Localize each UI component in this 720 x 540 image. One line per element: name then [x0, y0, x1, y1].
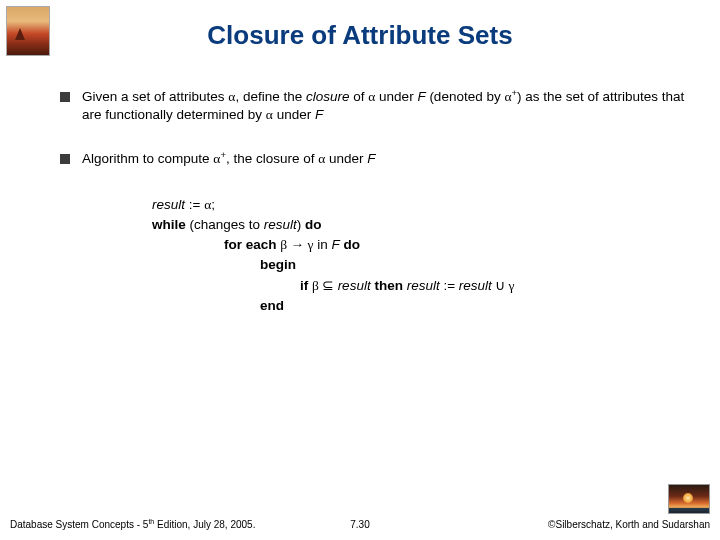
arrow-symbol: → [287, 237, 307, 252]
footer-right: ©Silberschatz, Korth and Sudarshan [548, 519, 710, 530]
text: , the closure of [226, 151, 318, 166]
text: Algorithm to compute [82, 151, 213, 166]
text: := [440, 278, 459, 293]
keyword: end [260, 298, 284, 313]
algo-line-5: if β ⊆ result then result := result ∪ γ [152, 276, 690, 296]
text-italic: result [338, 278, 371, 293]
keyword: while [152, 217, 190, 232]
keyword: then [371, 278, 407, 293]
square-bullet-icon [60, 92, 70, 102]
text: under [273, 107, 315, 122]
header-logo-image [6, 6, 50, 56]
text: (denoted by [426, 89, 505, 104]
text-italic: result [459, 278, 492, 293]
keyword: for each [224, 237, 280, 252]
text: under [375, 89, 417, 104]
algo-line-1: result := α; [152, 195, 690, 215]
bullet-item-2: Algorithm to compute α+, the closure of … [60, 150, 690, 168]
keyword: begin [260, 257, 296, 272]
bullet-1-text: Given a set of attributes α, define the … [82, 88, 690, 124]
text-italic: closure [306, 89, 350, 104]
text-italic: F [367, 151, 375, 166]
text: Edition, July 28, 2005. [154, 519, 255, 530]
text: , define the [235, 89, 306, 104]
text: Database System Concepts - 5 [10, 519, 148, 530]
text: ; [211, 197, 215, 212]
bullet-2-text: Algorithm to compute α+, the closure of … [82, 150, 690, 168]
text-italic: F [315, 107, 323, 122]
subset-symbol: ⊆ [319, 278, 338, 293]
algo-line-4: begin [152, 255, 690, 275]
text: Given a set of attributes [82, 89, 228, 104]
algo-line-6: end [152, 296, 690, 316]
text: (changes to [190, 217, 264, 232]
algo-line-2: while (changes to result) do [152, 215, 690, 235]
text: under [325, 151, 367, 166]
keyword: if [300, 278, 312, 293]
algo-line-3: for each β → γ in F do [152, 235, 690, 255]
text: in [313, 237, 331, 252]
union-symbol: ∪ [492, 278, 509, 293]
gamma-symbol: γ [509, 278, 515, 293]
text-italic: F [331, 237, 339, 252]
text-italic: result [152, 197, 185, 212]
text-italic: result [407, 278, 440, 293]
text: of [350, 89, 369, 104]
slide-content: Given a set of attributes α, define the … [60, 88, 690, 316]
page-title: Closure of Attribute Sets [0, 0, 720, 51]
text: ) [297, 217, 305, 232]
footer-center: 7.30 [350, 519, 369, 530]
keyword: do [305, 217, 322, 232]
bullet-item-1: Given a set of attributes α, define the … [60, 88, 690, 124]
alpha-symbol: α [504, 89, 511, 104]
text-italic: result [264, 217, 297, 232]
alpha-symbol: α [266, 107, 273, 122]
text: := [185, 197, 204, 212]
beta-symbol: β [312, 278, 319, 293]
keyword: do [340, 237, 360, 252]
text-italic: F [417, 89, 425, 104]
footer-logo-image [668, 484, 710, 514]
footer-left: Database System Concepts - 5th Edition, … [10, 519, 255, 530]
algorithm-block: result := α; while (changes to result) d… [152, 195, 690, 317]
square-bullet-icon [60, 154, 70, 164]
